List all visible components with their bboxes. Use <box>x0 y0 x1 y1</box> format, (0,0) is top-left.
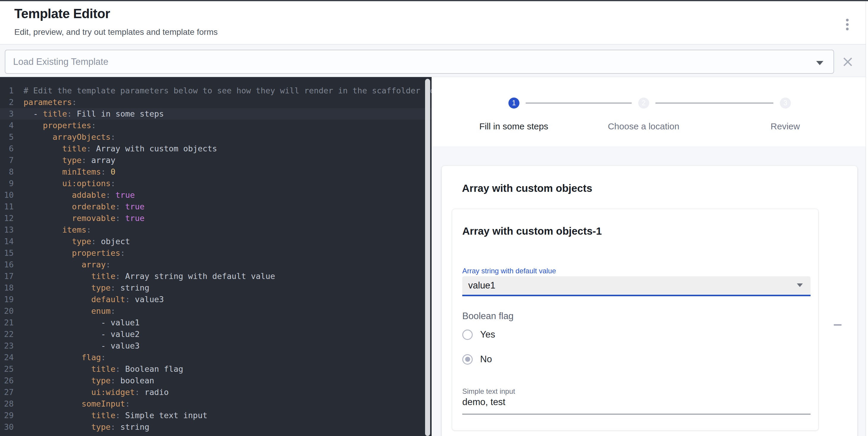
code-line-text: type: string <box>14 422 149 432</box>
editor-line[interactable]: 12 removable: true <box>0 212 432 224</box>
line-number: 14 <box>0 237 14 246</box>
minus-icon <box>834 324 841 326</box>
editor-line[interactable]: 13 items: <box>0 224 432 236</box>
radio-option-no[interactable]: No <box>462 354 492 365</box>
editor-line[interactable]: 10 addable: true <box>0 189 432 201</box>
code-line-text: orderable: true <box>14 202 144 211</box>
editor-line[interactable]: 18 type: string <box>0 282 432 294</box>
line-number: 30 <box>0 422 14 432</box>
editor-line[interactable]: 7 type: array <box>0 154 432 166</box>
editor-line[interactable]: 5 arrayObjects: <box>0 131 432 143</box>
clear-template-button[interactable] <box>841 55 855 69</box>
remove-array-item-button[interactable] <box>829 316 846 333</box>
page-subtitle: Edit, preview, and try out templates and… <box>14 27 218 37</box>
stepper: 1Fill in some steps2Choose a location3Re… <box>432 77 866 146</box>
code-line-text: properties: <box>14 121 96 130</box>
code-line-text: ui:options: <box>14 179 116 188</box>
editor-line[interactable]: 24 flag: <box>0 351 432 363</box>
code-line-text: default: value3 <box>14 295 164 304</box>
select-field-value: value1 <box>468 280 495 291</box>
step-form-card: Array with custom objects Array with cus… <box>442 166 857 436</box>
editor-line[interactable]: 11 orderable: true <box>0 201 432 212</box>
line-number: 18 <box>0 283 14 292</box>
code-line-text: properties: <box>14 248 125 258</box>
code-line-text: - value3 <box>14 341 140 350</box>
array-item-card: Array with custom objects-1 Array string… <box>452 209 818 431</box>
radio-option-label: No <box>480 354 492 365</box>
more-options-button[interactable] <box>841 16 854 32</box>
code-line-text: type: array <box>14 156 116 165</box>
code-line-text: type: boolean <box>14 376 154 385</box>
step-1-circle: 1 <box>508 98 520 108</box>
editor-line[interactable]: 20 enum: <box>0 305 432 317</box>
code-line-text: title: Array with custom objects <box>14 144 217 153</box>
code-line-text: minItems: 0 <box>14 167 116 176</box>
step-3-circle: 3 <box>780 98 791 108</box>
step-connector <box>655 103 773 103</box>
editor-line[interactable]: 19 default: value3 <box>0 294 432 305</box>
editor-line[interactable]: 16 array: <box>0 259 432 270</box>
code-line-text: ui:widget: radio <box>14 388 169 397</box>
editor-line[interactable]: 9 ui:options: <box>0 177 432 189</box>
page-header: Template Editor Edit, preview, and try o… <box>0 1 868 45</box>
editor-line[interactable]: 22 - value2 <box>0 328 432 340</box>
line-number: 10 <box>0 190 14 200</box>
form-preview-area: Array with custom objects Array with cus… <box>432 146 866 436</box>
editor-line[interactable]: 26 type: boolean <box>0 375 432 386</box>
editor-line[interactable]: 25 title: Boolean flag <box>0 363 432 375</box>
load-existing-template-select[interactable]: Load Existing Template <box>5 50 834 74</box>
editor-line[interactable]: 28 someInput: <box>0 398 432 409</box>
line-number: 8 <box>0 167 14 176</box>
editor-line[interactable]: 15 properties: <box>0 247 432 259</box>
simple-text-input[interactable]: demo, test <box>462 397 505 407</box>
editor-line[interactable]: 23 - value3 <box>0 340 432 351</box>
radio-selected-icon[interactable] <box>462 354 473 365</box>
line-number: 17 <box>0 272 14 281</box>
line-number: 1 <box>0 86 14 95</box>
code-line-text: someInput: <box>14 399 130 408</box>
radio-option-yes[interactable]: Yes <box>462 329 495 340</box>
editor-line[interactable]: 29 title: Simple text input <box>0 409 432 421</box>
template-preview-panel: 1Fill in some steps2Choose a location3Re… <box>432 77 866 436</box>
editor-line[interactable]: 14 type: object <box>0 236 432 247</box>
editor-line[interactable]: 3 - title: Fill in some steps <box>0 108 432 120</box>
code-line-text: flag: <box>14 353 106 362</box>
editor-line[interactable]: 6 title: Array with custom objects <box>0 143 432 154</box>
page-scrollbar-track[interactable] <box>866 1 868 436</box>
array-string-select[interactable]: value1 <box>462 276 811 296</box>
editor-line[interactable]: 17 title: Array string with default valu… <box>0 270 432 282</box>
editor-line[interactable]: 4 properties: <box>0 120 432 131</box>
kebab-menu-icon <box>846 19 849 22</box>
line-number: 4 <box>0 121 14 130</box>
line-number: 9 <box>0 179 14 188</box>
step-1-label: Fill in some steps <box>460 121 567 131</box>
line-number: 7 <box>0 156 14 165</box>
code-line-text: - value2 <box>14 330 140 339</box>
radio-unselected-icon[interactable] <box>462 330 473 340</box>
code-line-text: title: Boolean flag <box>14 364 183 373</box>
close-icon <box>841 55 855 69</box>
yaml-code-editor[interactable]: 1# Edit the template parameters below to… <box>0 77 432 436</box>
line-number: 3 <box>0 109 14 119</box>
line-number: 23 <box>0 341 14 350</box>
editor-line[interactable]: 8 minItems: 0 <box>0 166 432 177</box>
code-line-text: - title: Fill in some steps <box>14 109 164 119</box>
select-field-label: Array string with default value <box>462 267 556 275</box>
line-number: 29 <box>0 411 14 420</box>
dropdown-caret-icon <box>816 61 823 65</box>
code-line-text: title: Array string with default value <box>14 272 275 281</box>
line-number: 28 <box>0 399 14 408</box>
array-section-title: Array with custom objects <box>462 182 592 194</box>
line-number: 11 <box>0 202 14 211</box>
editor-line[interactable]: 27 ui:widget: radio <box>0 386 432 398</box>
code-line-text: items: <box>14 225 91 234</box>
line-number: 5 <box>0 132 14 141</box>
line-number: 16 <box>0 260 14 269</box>
editor-line[interactable]: 2parameters: <box>0 96 432 108</box>
radio-option-label: Yes <box>480 329 495 340</box>
editor-line[interactable]: 21 - value1 <box>0 317 432 328</box>
editor-scrollbar-thumb[interactable] <box>425 79 430 436</box>
editor-line[interactable]: 1# Edit the template parameters below to… <box>0 85 432 96</box>
editor-line[interactable]: 30 type: string <box>0 421 432 433</box>
line-number: 22 <box>0 330 14 339</box>
